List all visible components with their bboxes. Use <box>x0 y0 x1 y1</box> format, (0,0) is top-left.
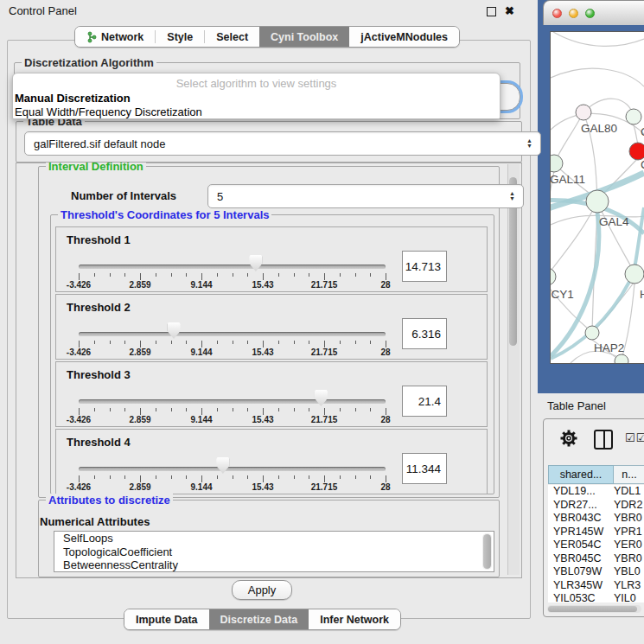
checkbox-columns-icon[interactable]: ☑☑ <box>625 431 644 444</box>
table-row[interactable]: YDL19...YDL1 <box>548 485 644 499</box>
gear-icon[interactable] <box>559 429 578 448</box>
network-node-gal4[interactable] <box>586 190 609 213</box>
attribute-item[interactable]: SelfLoops <box>54 532 494 545</box>
dropdown-option-manual[interactable]: Manual Discretization <box>13 92 500 105</box>
tab-label: Infer Network <box>320 614 389 626</box>
tab-network[interactable]: Network <box>75 27 155 47</box>
slider-tick <box>124 475 125 479</box>
cell-name: YDR2 <box>614 499 644 513</box>
slider-tick <box>309 273 309 277</box>
network-node-h[interactable] <box>625 265 644 284</box>
cell-shared-name: YDL19... <box>548 485 614 499</box>
network-node[interactable] <box>615 354 628 363</box>
node-label: H <box>640 288 644 301</box>
network-node-c[interactable] <box>629 143 644 160</box>
slider-tick <box>355 408 356 411</box>
slider-thumb[interactable] <box>315 390 328 406</box>
tab-discretize-data[interactable]: Discretize Data <box>209 609 309 629</box>
tab-jactivemnodules[interactable]: jActiveMNodules <box>349 27 459 47</box>
dropdown-option-equal-width[interactable]: Equal Width/Frequency Discretization <box>13 105 500 119</box>
attribute-item[interactable]: BetweennessCentrality <box>54 558 494 572</box>
tab-select[interactable]: Select <box>205 27 259 47</box>
network-node-gal80[interactable] <box>576 105 591 120</box>
slider-tick <box>201 475 202 482</box>
attribute-item[interactable]: TopologicalCoefficient <box>54 545 494 559</box>
table-row[interactable]: YIL053CYIL0 <box>548 592 644 603</box>
table-row[interactable]: YBR045CYBR0 <box>548 552 644 566</box>
slider-track[interactable] <box>79 399 386 404</box>
slider-tick <box>79 408 80 415</box>
tab-style[interactable]: Style <box>156 27 204 47</box>
slider-tick-label: 9.144 <box>190 280 212 290</box>
slider-tick <box>263 273 264 280</box>
table-row[interactable]: YER054CYER0 <box>548 539 644 552</box>
slider-tick-label: 28 <box>380 482 390 492</box>
slider-tick-label: 28 <box>380 415 390 424</box>
network-node-ga[interactable] <box>626 109 641 124</box>
slider-track[interactable] <box>79 265 386 269</box>
network-node-hap2[interactable] <box>585 326 599 340</box>
network-canvas[interactable]: GAL80GACGAL11GAL4GCY1HHAP2 <box>551 32 644 363</box>
cell-name: YBR0 <box>614 512 644 526</box>
top-tabbar: NetworkStyleSelectCyni ToolboxjActiveMNo… <box>74 26 460 48</box>
list-scrollbar[interactable] <box>482 533 492 570</box>
cell-name: YBL0 <box>614 565 644 579</box>
slider-tick <box>110 341 111 344</box>
slider-tick <box>140 475 141 482</box>
tab-cyni-toolbox[interactable]: Cyni Toolbox <box>259 27 349 47</box>
network-window-titlebar[interactable] <box>543 0 644 25</box>
horizontal-scrollbar-thumb[interactable] <box>548 606 637 612</box>
tab-infer-network[interactable]: Infer Network <box>309 609 400 629</box>
slider-thumb[interactable] <box>216 457 229 474</box>
table-row[interactable]: YBL079WYBL0 <box>548 565 644 579</box>
float-icon[interactable] <box>487 7 496 16</box>
slider-tick-label: -3.426 <box>67 415 91 424</box>
attributes-list[interactable]: SelfLoopsTopologicalCoefficientBetweenne… <box>54 531 494 572</box>
table-row[interactable]: YDR27...YDR2 <box>548 499 644 513</box>
table-row[interactable]: YPR145WYPR1 <box>548 526 644 539</box>
slider-track[interactable] <box>79 467 386 471</box>
network-node-gcy1[interactable] <box>551 268 556 285</box>
list-scrollbar-thumb[interactable] <box>483 534 491 569</box>
numerical-attributes-label: Numerical Attributes <box>40 515 150 528</box>
apply-button[interactable]: Apply <box>232 580 292 600</box>
num-intervals-combobox[interactable]: 5 ▲▼ <box>207 184 524 208</box>
node-label: GAL4 <box>599 215 629 228</box>
slider-tick <box>124 341 125 344</box>
slider-tick <box>263 341 264 348</box>
minimize-traffic-light-icon[interactable] <box>569 9 578 18</box>
zoom-traffic-light-icon[interactable] <box>585 9 595 18</box>
network-edge <box>553 32 644 46</box>
cell-name: YDL1 <box>614 485 644 499</box>
slider-tick <box>370 408 371 411</box>
threshold-value-field[interactable]: 21.4 <box>402 386 447 417</box>
column-header-shared[interactable]: shared... <box>548 465 614 484</box>
threshold-value-field[interactable]: 11.344 <box>402 453 447 484</box>
tab-label: Discretize Data <box>220 614 298 626</box>
attributes-group-title: Attributes to discretize <box>46 494 173 507</box>
slider-tick <box>140 273 141 280</box>
slider-tick <box>386 341 386 348</box>
table-data-combobox[interactable]: galFiltered.sif default node ▲▼ <box>24 131 541 156</box>
table-row[interactable]: YBR043CYBR0 <box>548 512 644 526</box>
slider-track[interactable] <box>79 332 386 336</box>
num-intervals-value: 5 <box>217 190 223 203</box>
slider-tick <box>110 408 111 411</box>
control-panel-titlebar: Control Panel ✖ <box>0 0 536 22</box>
split-view-icon[interactable] <box>594 430 613 450</box>
slider-thumb[interactable] <box>168 322 181 339</box>
horizontal-scrollbar[interactable] <box>547 605 641 613</box>
slider-tick <box>370 273 371 277</box>
slider-tick <box>324 475 325 482</box>
table-row[interactable]: YLR345WYLR3 <box>548 579 644 593</box>
column-header-name[interactable]: n... <box>614 465 644 484</box>
application-window: Control Panel ✖ NetworkStyleSelectCyni T… <box>0 0 644 644</box>
close-traffic-light-icon[interactable] <box>552 9 562 18</box>
combo-stepper-icon: ▲▼ <box>509 191 515 201</box>
tab-impute-data[interactable]: Impute Data <box>124 609 209 629</box>
threshold-value-field[interactable]: 14.713 <box>402 251 447 282</box>
threshold-value-field[interactable]: 6.316 <box>402 318 447 349</box>
combo-stepper-icon: ▲▼ <box>526 138 532 149</box>
close-icon[interactable]: ✖ <box>505 4 514 17</box>
slider-thumb[interactable] <box>249 255 262 271</box>
